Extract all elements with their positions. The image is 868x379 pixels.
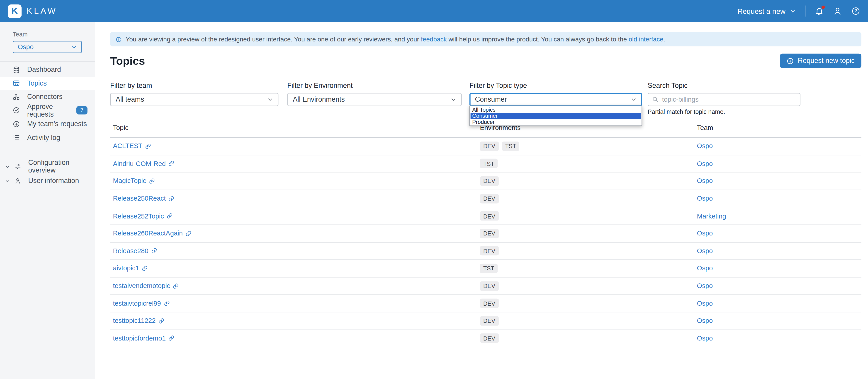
request-a-new-menu[interactable]: Request a new	[737, 7, 796, 15]
banner-text-part1: You are viewing a preview of the redesig…	[126, 36, 421, 42]
topic-link[interactable]: Release252Topic	[113, 212, 164, 220]
topic-type-filter-select[interactable]: Consumer	[469, 93, 642, 106]
preview-banner: You are viewing a preview of the redesig…	[110, 32, 861, 46]
environments-cell: DEV	[477, 176, 694, 186]
search-topic-input[interactable]	[648, 93, 801, 106]
topic-link[interactable]: MagicTopic	[113, 177, 146, 185]
request-new-topic-button[interactable]: Request new topic	[780, 54, 861, 68]
team-link[interactable]: Marketing	[697, 212, 726, 220]
sidebar-item-activity-log[interactable]: Activity log	[0, 131, 95, 144]
brand-name: KLAW	[27, 6, 57, 16]
team-link[interactable]: Ospo	[697, 282, 713, 289]
plus-circle-icon	[786, 57, 794, 65]
environment-filter-select[interactable]: All Environments	[287, 93, 462, 106]
sidebar-item-configuration-overview[interactable]: Configuration overview	[0, 159, 95, 173]
help-button[interactable]	[851, 7, 860, 15]
topic-type-option[interactable]: Producer	[471, 119, 641, 125]
environments-cell: DEV	[477, 246, 694, 256]
chevron-down-icon	[790, 8, 796, 14]
team-link[interactable]: Ospo	[697, 142, 713, 150]
environments-cell: DEV	[477, 229, 694, 238]
environment-chip: DEV	[480, 211, 498, 221]
sidebar-item-my-teams-requests[interactable]: My team's requests	[0, 117, 95, 131]
search-topic-label: Search Topic	[648, 82, 801, 90]
team-link[interactable]: Ospo	[697, 317, 713, 325]
topic-link[interactable]: ACLTEST	[113, 142, 142, 150]
team-link[interactable]: Ospo	[697, 230, 713, 237]
main-shell: Team Ospo DashboardTopicsConnectorsAppro…	[0, 22, 868, 379]
chevron-down-icon	[451, 97, 456, 102]
filter-team-label: Filter by team	[110, 82, 278, 90]
team-cell: Ospo	[694, 265, 861, 272]
team-block: Team Ospo	[0, 22, 95, 53]
team-cell: Ospo	[694, 317, 861, 325]
topic-link[interactable]: testtopic11222	[113, 317, 156, 325]
topic-cell: aivtopic1	[110, 265, 477, 272]
sidebar-item-dashboard[interactable]: Dashboard	[0, 63, 95, 76]
team-link[interactable]: Ospo	[697, 247, 713, 255]
feedback-link[interactable]: feedback	[421, 36, 447, 42]
topic-cell: ACLTEST	[110, 142, 477, 150]
team-filter-select[interactable]: All teams	[110, 93, 278, 106]
topic-cell: Release280	[110, 247, 477, 255]
topic-link[interactable]: aivtopic1	[113, 265, 139, 272]
topic-cell: testtopic11222	[110, 317, 477, 325]
team-link[interactable]: Ospo	[697, 195, 713, 202]
banner-text: You are viewing a preview of the redesig…	[126, 36, 665, 42]
topic-type-filter-value: Consumer	[475, 96, 507, 103]
table-row: testtopic11222DEVOspo	[110, 312, 861, 330]
team-cell: Ospo	[694, 160, 861, 167]
topic-link[interactable]: Aindriu-COM-Red	[113, 160, 166, 167]
sidebar-item-label: Approve requests	[27, 103, 69, 118]
sidebar-item-label: Dashboard	[27, 66, 61, 74]
link-icon	[158, 318, 164, 324]
environment-chip: DEV	[480, 194, 498, 203]
profile-button[interactable]	[833, 7, 842, 15]
topic-link[interactable]: Release260ReactAgain	[113, 230, 183, 237]
klaw-logo-icon: K	[8, 4, 22, 18]
team-link[interactable]: Ospo	[697, 300, 713, 307]
table-row: testaivendemotopicDEVOspo	[110, 277, 861, 295]
environments-cell: TST	[477, 159, 694, 168]
sidebar-item-approve-requests[interactable]: Approve requests7	[0, 104, 95, 117]
team-link[interactable]: Ospo	[697, 177, 713, 185]
link-icon	[149, 178, 155, 184]
sidebar-item-label: Configuration overview	[28, 159, 95, 174]
info-icon	[116, 36, 122, 42]
help-icon	[851, 7, 860, 15]
link-icon	[142, 265, 148, 271]
team-link[interactable]: Ospo	[697, 265, 713, 272]
request-new-topic-label: Request new topic	[798, 57, 855, 65]
link-icon	[145, 143, 151, 149]
team-select[interactable]: Ospo	[13, 41, 82, 53]
database-icon	[13, 66, 20, 73]
old-interface-link[interactable]: old interface	[629, 36, 663, 42]
team-cell: Ospo	[694, 300, 861, 307]
topic-cell: Release260ReactAgain	[110, 230, 477, 237]
topic-type-option[interactable]: All Topics	[471, 107, 641, 113]
topic-cell: Release252Topic	[110, 212, 477, 220]
topic-link[interactable]: testtopicfordemo1	[113, 334, 166, 342]
list-icon	[13, 134, 20, 141]
topic-link[interactable]: Release250React	[113, 195, 166, 202]
topic-link[interactable]: testaivtopicrel99	[113, 300, 161, 307]
brand[interactable]: K KLAW	[8, 4, 57, 18]
team-link[interactable]: Ospo	[697, 160, 713, 167]
topic-link[interactable]: Release280	[113, 247, 148, 255]
topic-type-option[interactable]: Consumer	[471, 113, 641, 119]
table-row: ACLTESTDEVTSTOspo	[110, 138, 861, 155]
sidebar-item-user-information[interactable]: User information	[0, 174, 95, 188]
user-icon	[833, 7, 842, 15]
topic-link[interactable]: testaivendemotopic	[113, 282, 170, 289]
table-row: aivtopic1TSTOspo	[110, 260, 861, 277]
team-cell: Ospo	[694, 142, 861, 150]
banner-text-part3: .	[663, 36, 665, 42]
environment-filter-value: All Environments	[293, 96, 345, 103]
sidebar-item-topics[interactable]: Topics	[0, 76, 95, 90]
team-link[interactable]: Ospo	[697, 334, 713, 342]
link-icon	[173, 283, 179, 289]
user-icon	[14, 177, 21, 184]
sidebar-item-connectors[interactable]: Connectors	[0, 90, 95, 104]
content-area: You are viewing a preview of the redesig…	[95, 22, 868, 379]
notifications-button[interactable]	[815, 7, 824, 15]
